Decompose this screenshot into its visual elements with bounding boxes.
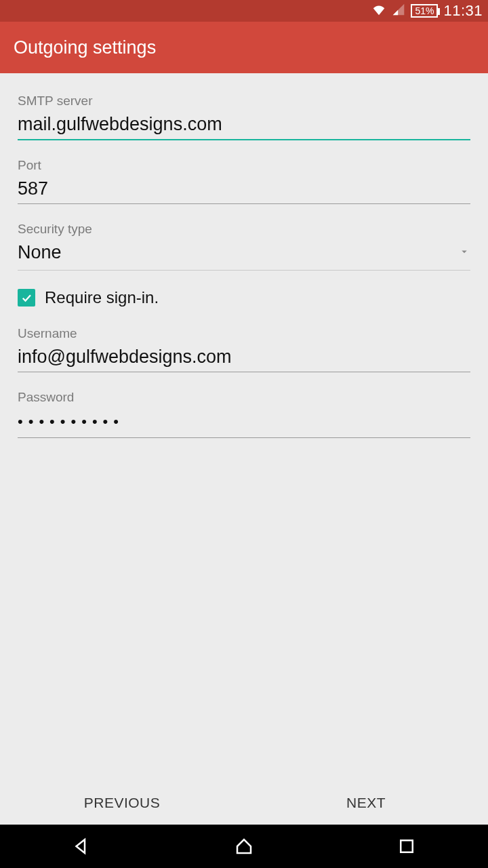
security-type-label: Security type [18, 222, 470, 237]
footer-button-bar: PREVIOUS NEXT [0, 781, 488, 825]
wifi-icon [371, 2, 386, 20]
port-input[interactable] [18, 177, 470, 204]
smtp-server-input[interactable] [18, 113, 470, 140]
field-username: Username [18, 326, 470, 372]
password-input[interactable]: •••••••••• [18, 409, 470, 438]
require-signin-label: Require sign-in. [45, 288, 159, 307]
username-input[interactable] [18, 345, 470, 372]
previous-button[interactable]: PREVIOUS [0, 781, 244, 825]
app-bar: Outgoing settings [0, 22, 488, 73]
field-password: Password •••••••••• [18, 390, 470, 438]
chevron-down-icon [458, 245, 470, 260]
require-signin-checkbox[interactable] [18, 289, 35, 307]
username-label: Username [18, 326, 470, 341]
home-button[interactable] [203, 836, 285, 856]
clock-time: 11:31 [443, 2, 483, 20]
recent-apps-button[interactable] [366, 836, 447, 856]
page-title: Outgoing settings [14, 37, 156, 58]
smtp-server-label: SMTP server [18, 94, 470, 108]
port-label: Port [18, 158, 470, 173]
password-label: Password [18, 390, 470, 405]
next-button[interactable]: NEXT [244, 781, 488, 825]
cellular-icon [392, 3, 405, 20]
security-type-select[interactable]: None [18, 241, 470, 271]
field-security-type: Security type None [18, 222, 470, 271]
field-port: Port [18, 158, 470, 204]
back-button[interactable] [41, 836, 122, 856]
field-smtp-server: SMTP server [18, 94, 470, 140]
security-type-value: None [18, 242, 62, 263]
require-signin-row[interactable]: Require sign-in. [18, 288, 470, 307]
battery-indicator: 51% [411, 4, 438, 18]
form-area: SMTP server Port Security type None Requ… [0, 73, 488, 781]
status-bar: 51% 11:31 [0, 0, 488, 22]
battery-text: 51% [415, 5, 434, 16]
svg-rect-0 [401, 840, 413, 852]
system-nav-bar [0, 825, 488, 868]
